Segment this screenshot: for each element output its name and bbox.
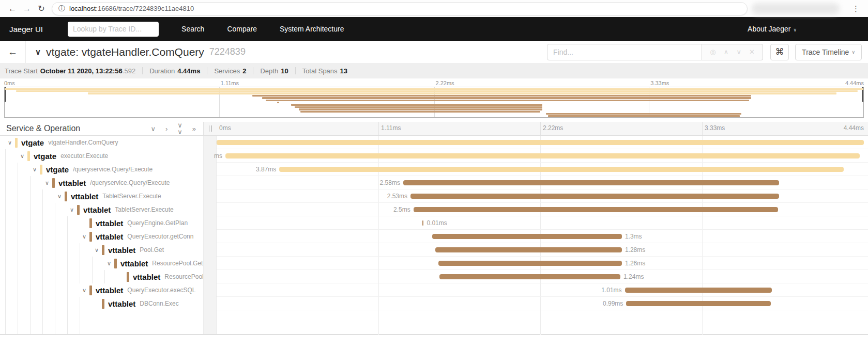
chevron-down-icon[interactable]: ∨ [30, 166, 39, 173]
url-text: localhost:16686/trace/7224839c11ae4810 [69, 5, 194, 12]
nav-item-search[interactable]: Search [181, 25, 204, 33]
trace-id-lookup-input[interactable] [68, 22, 159, 37]
ruler-tick: 4.44ms [844, 124, 864, 132]
span-bar[interactable] [403, 180, 780, 185]
browser-menu-icon[interactable]: ⋮ [849, 4, 863, 13]
service-name: vttablet [108, 299, 135, 308]
site-info-icon[interactable]: ⓘ [58, 4, 65, 13]
collapse-all-icon[interactable]: ∨ [150, 125, 156, 132]
address-bar[interactable]: ⓘ localhost:16686/trace/7224839c11ae4810 [52, 2, 748, 15]
nav-item-system-architecture[interactable]: System Architecture [280, 25, 344, 33]
span-name-cell[interactable]: ∨ vttablet TabletServer.Execute [0, 189, 204, 203]
prev-match-icon[interactable]: ∧ [724, 48, 729, 56]
span-bar[interactable] [422, 220, 424, 226]
trace-minimap[interactable] [4, 87, 864, 118]
chevron-down-icon[interactable]: ∨ [55, 193, 64, 200]
collapse-trace-chevron-icon[interactable]: ∨ [35, 47, 41, 57]
span-name-cell[interactable]: ∨ vtgate /queryservice.Query/Execute [0, 163, 204, 176]
span-name-cell[interactable]: ∨ vttablet /queryservice.Query/Execute [0, 176, 204, 189]
match-focus-icon[interactable]: ◎ [710, 48, 715, 56]
span-bar[interactable] [439, 274, 620, 279]
service-color-swatch [89, 232, 92, 242]
span-name-cell[interactable]: ∨ vttablet QueryEngine.GetPlan [0, 216, 204, 230]
operation-name: TabletServer.Execute [115, 206, 173, 213]
span-bar[interactable] [438, 261, 622, 266]
span-bar[interactable] [626, 301, 770, 306]
span-bar[interactable] [410, 194, 779, 199]
clear-find-icon[interactable]: ✕ [749, 48, 755, 56]
span-timeline-cell[interactable]: 2.58ms [217, 176, 868, 189]
span-timeline-cell[interactable]: ms [217, 149, 868, 163]
span-name-cell[interactable]: ∨ vttablet QueryExecutor.execSQL [0, 283, 204, 297]
span-name-cell[interactable]: ∨ vttablet ResourcePool.factory [0, 270, 204, 283]
indent-guide [18, 297, 30, 310]
service-color-swatch [114, 259, 117, 268]
span-name-cell[interactable]: ∨ vttablet DBConn.Exec [0, 297, 204, 310]
span-timeline-cell[interactable]: 0.99ms [217, 297, 868, 310]
minimap-span-bar [252, 95, 751, 97]
indent-guide [92, 257, 104, 270]
span-timeline-cell[interactable]: 3.87ms [217, 163, 868, 176]
span-bar[interactable] [432, 234, 622, 239]
span-timeline-cell[interactable]: 1.3ms [217, 230, 868, 243]
chevron-down-icon[interactable]: ∨ [18, 153, 27, 160]
span-timeline-cell[interactable]: 1.28ms [217, 243, 868, 257]
indent-guide [80, 243, 92, 257]
browser-back-button[interactable]: ← [5, 2, 20, 16]
trace-view-selector[interactable]: Trace Timeline ∨ [795, 44, 862, 60]
browser-reload-button[interactable]: ↻ [34, 2, 49, 16]
span-bar[interactable] [225, 153, 860, 158]
service-name: vttablet [96, 232, 123, 241]
trace-summary-bar: Trace Start October 11 2020, 13:22:56 .5… [0, 63, 868, 78]
span-bar[interactable] [414, 207, 778, 212]
find-input[interactable] [547, 44, 702, 60]
collapse-one-icon[interactable]: ∨∨ [177, 122, 182, 135]
service-name: vttablet [83, 205, 111, 214]
service-color-swatch [15, 138, 18, 148]
nav-item-compare[interactable]: Compare [227, 25, 257, 33]
span-bar[interactable] [279, 167, 843, 172]
chevron-down-icon[interactable]: ∨ [104, 260, 114, 267]
span-bar[interactable] [435, 247, 622, 252]
span-name-cell[interactable]: ∨ vttablet QueryExecutor.getConn [0, 230, 204, 243]
back-button[interactable]: ← [0, 41, 26, 63]
service-color-swatch [52, 178, 55, 188]
span-duration-label: 1.01ms [601, 287, 621, 294]
span-name-cell[interactable]: ∨ vttablet TabletServer.Execute [0, 203, 204, 216]
span-timeline-cell[interactable]: 2.5ms [217, 203, 868, 216]
service-name: vttablet [96, 286, 123, 295]
total-spans-label: Total Spans [302, 67, 338, 75]
browser-forward-button[interactable]: → [20, 2, 34, 16]
about-jaeger-menu[interactable]: About Jaeger∨ [748, 25, 797, 33]
chevron-down-icon[interactable]: ∨ [80, 287, 89, 294]
chevron-down-icon[interactable]: ∨ [42, 180, 52, 186]
span-timeline-cell[interactable]: 1.26ms [217, 257, 868, 270]
span-timeline-cell[interactable]: 1.01ms [217, 283, 868, 297]
row-gutter [204, 270, 217, 283]
chevron-down-icon[interactable]: ∨ [92, 247, 101, 253]
next-match-icon[interactable]: ∨ [736, 48, 741, 56]
span-row: ∨ vttablet DBConn.Exec 0.99ms [0, 297, 868, 310]
span-duration-label: 0.99ms [603, 300, 623, 307]
operation-name: ResourcePool.factory [164, 273, 204, 280]
span-timeline-cell[interactable] [217, 136, 868, 149]
keyboard-shortcuts-button[interactable]: ⌘ [770, 44, 789, 60]
jaeger-trace-page: ← → ↻ ⓘ localhost:16686/trace/7224839c11… [0, 0, 868, 349]
span-name-cell[interactable]: ∨ vttablet Pool.Get [0, 243, 204, 257]
chevron-down-icon[interactable]: ∨ [67, 207, 77, 213]
span-name-cell[interactable]: ∨ vttablet ResourcePool.Get [0, 257, 204, 270]
chevron-down-icon[interactable]: ∨ [5, 139, 14, 146]
span-timeline-cell[interactable]: 0.01ms [217, 216, 868, 230]
span-timeline-cell[interactable]: 2.53ms [217, 189, 868, 203]
span-bar[interactable] [217, 140, 864, 145]
span-name-cell[interactable]: ∨ vtgate vtgateHandler.ComQuery [0, 136, 204, 149]
jaeger-ui-brand[interactable]: Jaeger UI [9, 25, 43, 34]
span-name-cell[interactable]: ∨ vtgate executor.Execute [0, 149, 204, 163]
indent-guide [67, 243, 80, 257]
chevron-down-icon[interactable]: ∨ [80, 233, 89, 240]
expand-all-icon[interactable]: » [192, 125, 196, 132]
column-resize-grip[interactable] [209, 125, 212, 132]
expand-one-icon[interactable]: › [165, 125, 167, 132]
span-timeline-cell[interactable]: 1.24ms [217, 270, 868, 283]
span-bar[interactable] [625, 288, 772, 293]
